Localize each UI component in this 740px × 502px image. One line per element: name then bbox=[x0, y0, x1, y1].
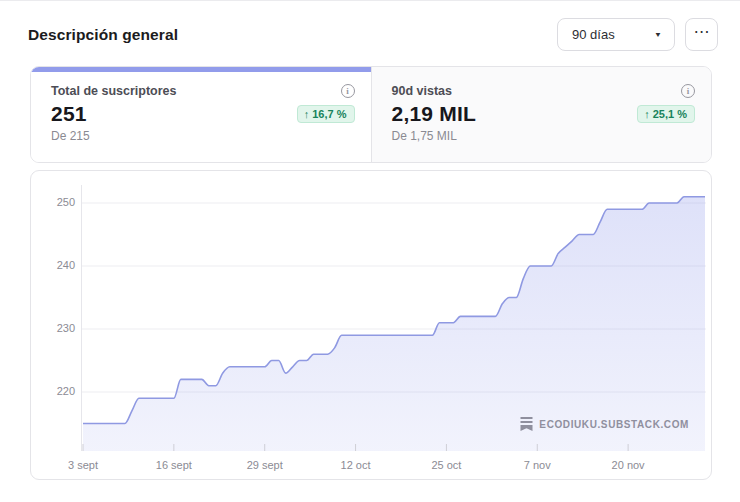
up-arrow-icon: ↑ bbox=[644, 108, 650, 120]
overview-page: Descripción general 90 días ▼ ⋯ Total de… bbox=[0, 0, 740, 502]
stat-cards-row: Total de suscriptores i 251 ↑ 16,7 % De … bbox=[30, 66, 712, 163]
ellipsis-icon: ⋯ bbox=[694, 24, 710, 40]
x-axis-label: 20 nov bbox=[593, 459, 663, 471]
date-range-value: 90 días bbox=[572, 27, 615, 42]
subscribers-area-chart[interactable] bbox=[81, 171, 706, 453]
x-axis-label: 16 sept bbox=[139, 459, 209, 471]
up-arrow-icon: ↑ bbox=[304, 108, 310, 120]
x-axis-label: 3 sept bbox=[48, 459, 118, 471]
stat-card-baseline: De 215 bbox=[51, 129, 355, 143]
y-axis-label: 250 bbox=[31, 196, 75, 208]
page-title: Descripción general bbox=[28, 26, 557, 44]
x-axis-label: 29 sept bbox=[230, 459, 300, 471]
stat-card-total-subscribers[interactable]: Total de suscriptores i 251 ↑ 16,7 % De … bbox=[31, 67, 371, 162]
x-axis-label: 12 oct bbox=[321, 459, 391, 471]
y-axis-label: 240 bbox=[31, 259, 75, 271]
substack-logo-icon bbox=[520, 417, 533, 431]
stat-card-baseline: De 1,75 MIL bbox=[392, 129, 696, 143]
selected-card-accent-bar bbox=[31, 67, 371, 72]
change-badge: ↑ 25,1 % bbox=[637, 105, 695, 123]
header: Descripción general 90 días ▼ ⋯ bbox=[0, 1, 740, 66]
info-icon[interactable]: i bbox=[341, 84, 355, 98]
date-range-dropdown[interactable]: 90 días ▼ bbox=[557, 18, 675, 51]
stat-card-value: 251 bbox=[51, 102, 87, 126]
y-axis-label: 230 bbox=[31, 322, 75, 334]
info-icon[interactable]: i bbox=[681, 84, 695, 98]
stat-card-title: 90d vistas bbox=[392, 84, 452, 98]
more-options-button[interactable]: ⋯ bbox=[685, 18, 718, 51]
x-axis-label: 7 nov bbox=[502, 459, 572, 471]
chevron-down-icon: ▼ bbox=[654, 31, 662, 39]
stat-card-title: Total de suscriptores bbox=[51, 84, 177, 98]
x-axis-label: 25 oct bbox=[411, 459, 481, 471]
stat-card-90d-views[interactable]: 90d vistas i 2,19 MIL ↑ 25,1 % De 1,75 M… bbox=[371, 67, 712, 162]
watermark-text: ECODIUKU.SUBSTACK.COM bbox=[539, 419, 689, 430]
change-value: 16,7 % bbox=[312, 108, 346, 120]
watermark: ECODIUKU.SUBSTACK.COM bbox=[520, 417, 689, 431]
subscribers-chart-card: 250240230220 3 sept16 sept29 sept12 oct2… bbox=[30, 170, 712, 480]
change-badge: ↑ 16,7 % bbox=[297, 105, 355, 123]
stat-card-value: 2,19 MIL bbox=[392, 102, 476, 126]
change-value: 25,1 % bbox=[653, 108, 687, 120]
area-fill bbox=[83, 197, 705, 451]
y-axis-label: 220 bbox=[31, 385, 75, 397]
